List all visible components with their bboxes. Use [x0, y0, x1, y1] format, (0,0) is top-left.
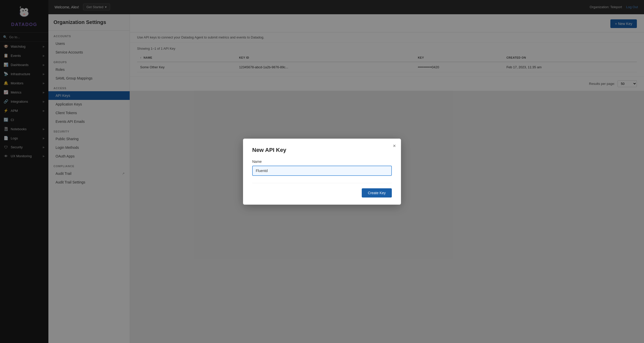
- create-key-button[interactable]: Create Key: [362, 188, 392, 197]
- modal-overlay[interactable]: × New API Key Name Create Key: [0, 0, 644, 343]
- new-api-key-modal: × New API Key Name Create Key: [243, 139, 401, 205]
- modal-title: New API Key: [252, 147, 392, 153]
- modal-close-button[interactable]: ×: [393, 143, 396, 148]
- modal-footer: Create Key: [252, 183, 392, 197]
- name-input[interactable]: [252, 166, 392, 176]
- name-field-label: Name: [252, 160, 392, 164]
